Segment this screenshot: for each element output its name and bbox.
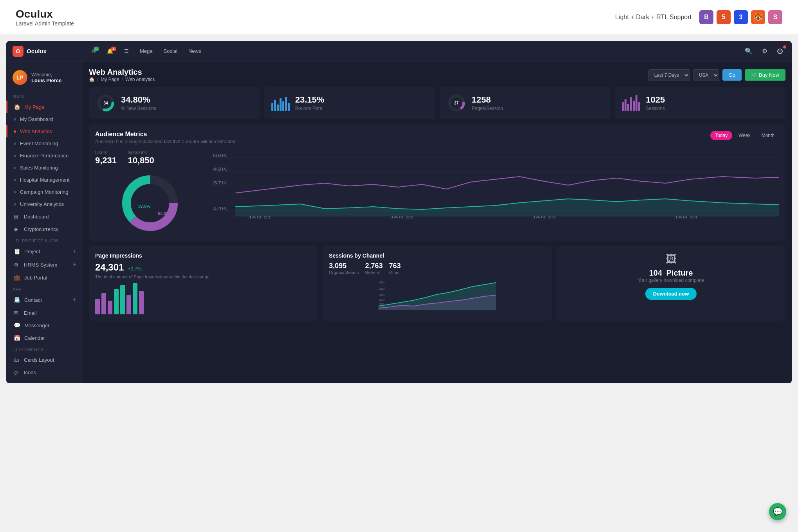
sidebar-item-sales[interactable]: Sales Monitoring xyxy=(6,162,83,174)
download-button[interactable]: Download now xyxy=(645,288,697,300)
picture-label: Picture xyxy=(666,269,693,277)
nav-mega[interactable]: Mega xyxy=(135,46,157,56)
search-icon[interactable]: 🔍 xyxy=(742,46,755,56)
mail-badge: 2 xyxy=(94,47,99,51)
svg-text:200: 200 xyxy=(379,303,385,306)
nav-social[interactable]: Social xyxy=(159,46,182,56)
svg-text:250: 250 xyxy=(379,298,385,301)
picture-count: 104 xyxy=(649,269,662,277)
stat-label-1: % New Sessions xyxy=(121,106,156,111)
region-select[interactable]: USA xyxy=(693,69,719,81)
sidebar-label-icons: Icons xyxy=(24,370,36,375)
hrms-icon: ⚙ xyxy=(14,261,20,268)
stat-donut-3: 37 xyxy=(447,93,466,113)
sidebar-item-hrms[interactable]: ⚙ HRMS System + xyxy=(6,258,83,271)
sidebar-item-event-monitoring[interactable]: Event Monitoring xyxy=(6,137,83,150)
sidebar-label-project: Project xyxy=(24,249,40,254)
dot-hospital xyxy=(14,179,16,181)
sidebar-label-email: Email xyxy=(24,310,37,316)
navbar-brand-text: Oculux xyxy=(27,48,47,54)
hrms-plus-icon: + xyxy=(73,261,76,268)
sidebar-label-dash2: Dashboard xyxy=(24,214,49,220)
stat-info-3: 1258 Pages/Session xyxy=(472,95,503,111)
page-controls: Last 7 Days USA Go 🛒 Buy Now xyxy=(648,69,785,81)
filter-week[interactable]: Week xyxy=(734,131,755,140)
tech-sass: S xyxy=(768,10,782,24)
sidebar-item-hospital[interactable]: Hospital Management xyxy=(6,174,83,186)
dot-campaign xyxy=(14,191,16,193)
sidebar-item-campaign[interactable]: Campaign Monitoring xyxy=(6,186,83,198)
sidebar-item-messenger[interactable]: 💬 Messenger xyxy=(6,319,83,332)
sidebar-item-cards[interactable]: 🗂 Cards Layout xyxy=(6,353,83,366)
stat-card-sessions2: 1025 Sessions xyxy=(615,87,785,119)
sidebar-user: LP Welcome, Louis Pierce xyxy=(6,66,83,91)
home-icon: 🏠 xyxy=(14,104,20,110)
power-dot xyxy=(783,45,786,49)
sidebar-label-university: University Analytics xyxy=(20,201,64,207)
aud-stat-users: Users 9,231 xyxy=(95,150,117,166)
project-icon: 📋 xyxy=(14,248,20,254)
go-button[interactable]: Go xyxy=(722,69,742,81)
audience-right: 68K 49K 37K 14K JAN 21 xyxy=(211,150,779,234)
sidebar-label-web-analytics: Web Analytics xyxy=(20,128,52,134)
sidebar-item-my-page[interactable]: 🏠 My Page xyxy=(6,101,83,113)
sidebar-item-job[interactable]: 💼 Job Portal xyxy=(6,271,83,284)
impressions-value: 24,301 xyxy=(95,262,124,272)
filter-month[interactable]: Month xyxy=(757,131,779,140)
dot-event-monitoring xyxy=(14,142,16,145)
sidebar-item-contact[interactable]: 📇 Contact + xyxy=(6,293,83,307)
audience-subtitle: Audience It is a long established fact t… xyxy=(95,139,235,144)
dot-web-analytics xyxy=(14,130,16,133)
brand-title: Oculux xyxy=(16,8,74,20)
svg-text:37K: 37K xyxy=(213,181,227,185)
sidebar-item-crypto[interactable]: ◈ Cryptocurrency xyxy=(6,223,83,235)
tech-icons: B 5 3 🐯 S xyxy=(699,10,782,24)
tech-bootstrap: B xyxy=(699,10,713,24)
impressions-card: Page Impressions 24,301 +3.7% The total … xyxy=(89,246,318,321)
header-tagline: Light + Dark + RTL Support xyxy=(615,14,691,21)
sidebar-item-finance[interactable]: Finance Performance xyxy=(6,150,83,162)
stat-info-1: 34.80% % New Sessions xyxy=(121,95,156,111)
power-icon[interactable]: ⏻ xyxy=(775,46,785,56)
period-select[interactable]: Last 7 Days xyxy=(648,69,690,81)
organic-value: 3,095 xyxy=(329,262,359,270)
user-name: Louis Pierce xyxy=(31,78,61,83)
sidebar-item-dash2[interactable]: ⊞ Dashboard xyxy=(6,210,83,223)
filter-today[interactable]: Today xyxy=(710,131,732,140)
breadcrumb-home-icon: 🏠 xyxy=(89,77,95,82)
sidebar-section-main: Main xyxy=(6,91,83,101)
breadcrumb-my-page: My Page xyxy=(101,77,119,82)
nav-mail[interactable]: ✉ 2 xyxy=(87,46,101,56)
nav-news[interactable]: News xyxy=(184,46,206,56)
grid-icon: ⊞ xyxy=(14,213,20,220)
buy-button[interactable]: 🛒 Buy Now xyxy=(745,69,785,81)
sidebar-item-project[interactable]: 📋 Project + xyxy=(6,245,83,258)
sidebar-item-calendar[interactable]: 📅 Calendar xyxy=(6,332,83,344)
sidebar-item-email[interactable]: ✉ Email xyxy=(6,307,83,319)
sidebar-item-icons[interactable]: ◇ Icons xyxy=(6,366,83,379)
breadcrumb-sep2: / xyxy=(122,77,123,82)
nav-bell[interactable]: 🔔 4 xyxy=(102,46,118,56)
svg-text:49K: 49K xyxy=(213,167,227,171)
sidebar-item-dashboard[interactable]: My Dashboard xyxy=(6,113,83,125)
sidebar-item-web-analytics[interactable]: Web Analytics xyxy=(6,125,83,137)
settings-icon[interactable]: ⚙ xyxy=(760,46,770,56)
audience-card: Audience Metrics Audience It is a long e… xyxy=(89,124,785,241)
calendar-icon: 📅 xyxy=(14,335,20,341)
stat-label-4: Sessions xyxy=(646,106,665,111)
sessions-chart: 400 350 300 250 200 xyxy=(329,279,545,310)
sidebar-label-cards: Cards Layout xyxy=(24,357,54,363)
audience-header: Audience Metrics Audience It is a long e… xyxy=(95,131,779,144)
avatar: LP xyxy=(13,70,27,85)
nav-links: ✉ 2 🔔 4 ☰ Mega Social News xyxy=(87,46,742,56)
nav-menu-icon[interactable]: ☰ xyxy=(119,46,134,56)
contact-plus-icon: + xyxy=(73,296,76,303)
sessions-channel-title: Sessions by Channel xyxy=(329,252,545,259)
svg-text:JAN 23: JAN 23 xyxy=(532,215,556,219)
sidebar-label-campaign: Campaign Monitoring xyxy=(20,189,69,195)
sidebar-item-university[interactable]: University Analytics xyxy=(6,198,83,210)
stat-label-3: Pages/Session xyxy=(472,106,503,111)
stat-value-1: 34.80% xyxy=(121,95,156,105)
stat-bars-4 xyxy=(622,95,640,111)
app-body: LP Welcome, Louis Pierce Main 🏠 My Page … xyxy=(6,61,792,383)
